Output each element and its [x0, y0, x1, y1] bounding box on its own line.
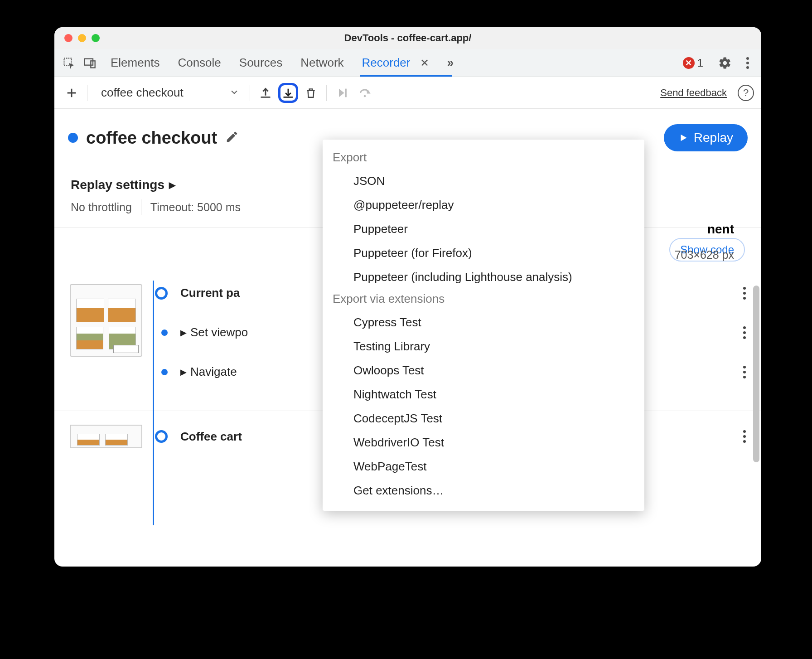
window-title: DevTools - coffee-cart.app/ — [54, 32, 761, 44]
step-icon[interactable] — [332, 83, 352, 103]
panel-tabs: Elements Console Sources Network Recorde… — [111, 49, 454, 76]
replay-button-label: Replay — [694, 131, 733, 145]
error-indicator[interactable]: ✕ 1 — [683, 57, 703, 69]
svg-marker-5 — [339, 88, 344, 97]
export-header: Export — [323, 148, 644, 169]
devtools-window: DevTools - coffee-cart.app/ Elements Con… — [54, 27, 761, 567]
device-toolbar-icon[interactable] — [82, 55, 98, 71]
recording-title: coffee checkout — [86, 128, 217, 148]
svg-marker-8 — [681, 135, 686, 141]
export-codeceptjs[interactable]: CodeceptJS Test — [323, 407, 644, 431]
environment-dimensions: 703×628 px — [675, 248, 734, 262]
new-recording-icon[interactable] — [62, 83, 82, 103]
export-owloops[interactable]: Owloops Test — [323, 359, 644, 383]
error-count: 1 — [697, 57, 703, 69]
svg-rect-6 — [345, 88, 347, 97]
replay-button[interactable]: Replay — [664, 124, 748, 151]
export-extensions-header: Export via extensions — [323, 289, 644, 310]
export-nightwatch[interactable]: Nightwatch Test — [323, 383, 644, 407]
error-icon: ✕ — [683, 57, 695, 69]
tab-network[interactable]: Network — [300, 49, 343, 76]
zoom-window-button[interactable] — [92, 34, 100, 42]
help-icon[interactable]: ? — [738, 85, 754, 101]
close-window-button[interactable] — [64, 34, 72, 42]
throttling-value[interactable]: No throttling — [71, 201, 132, 214]
step-navigate[interactable]: ▶ Navigate — [180, 365, 237, 379]
settings-icon[interactable] — [717, 55, 733, 71]
svg-point-7 — [363, 95, 366, 97]
export-webdriverio[interactable]: WebdriverIO Test — [323, 431, 644, 455]
import-icon[interactable] — [256, 83, 276, 103]
tab-recorder-label: Recorder — [362, 56, 411, 69]
replay-settings-label: Replay settings — [71, 178, 164, 192]
window-controls — [54, 34, 100, 42]
more-tabs-button[interactable]: » — [447, 49, 454, 76]
step-current-page[interactable]: Current pa — [180, 286, 240, 300]
export-json[interactable]: JSON — [323, 169, 644, 193]
tab-sources[interactable]: Sources — [239, 49, 282, 76]
timeout-value[interactable]: Timeout: 5000 ms — [150, 201, 241, 214]
step-thumbnail — [70, 425, 142, 448]
more-options-icon[interactable] — [743, 57, 752, 69]
minimize-window-button[interactable] — [78, 34, 86, 42]
export-puppeteer[interactable]: Puppeteer — [323, 217, 644, 241]
export-cypress[interactable]: Cypress Test — [323, 310, 644, 334]
selected-recording-name: coffee checkout — [101, 86, 184, 100]
step-menu-icon[interactable] — [743, 430, 746, 443]
export-puppeteer-firefox[interactable]: Puppeteer (for Firefox) — [323, 241, 644, 265]
scrollbar[interactable] — [753, 286, 759, 462]
delete-icon[interactable] — [301, 83, 321, 103]
tab-console[interactable]: Console — [178, 49, 221, 76]
step-coffee-cart[interactable]: Coffee cart — [180, 430, 242, 444]
chevron-down-icon — [230, 86, 239, 100]
environment-label-partial: nent — [707, 222, 734, 237]
export-webpagetest[interactable]: WebPageTest — [323, 455, 644, 479]
step-menu-icon[interactable] — [743, 326, 746, 339]
step-thumbnail — [70, 284, 142, 357]
export-button[interactable] — [278, 83, 298, 103]
expand-icon: ▶ — [180, 328, 187, 338]
recording-selector[interactable]: coffee checkout — [93, 86, 244, 100]
tab-recorder[interactable]: Recorder ✕ — [362, 49, 429, 76]
edit-title-icon[interactable] — [225, 130, 239, 145]
step-menu-icon[interactable] — [743, 366, 746, 378]
export-dropdown: Export JSON @puppeteer/replay Puppeteer … — [323, 140, 644, 511]
export-get-extensions[interactable]: Get extensions… — [323, 479, 644, 503]
svg-rect-1 — [84, 58, 93, 65]
recording-status-dot — [68, 133, 78, 143]
expand-icon: ▶ — [180, 367, 187, 377]
step-set-viewport[interactable]: ▶ Set viewpo — [180, 325, 248, 339]
export-puppeteer-lighthouse[interactable]: Puppeteer (including Lighthouse analysis… — [323, 265, 644, 289]
inspect-element-icon[interactable] — [61, 55, 77, 71]
send-feedback-link[interactable]: Send feedback — [660, 87, 727, 99]
devtools-tabstrip: Elements Console Sources Network Recorde… — [54, 49, 761, 77]
recorder-toolbar: coffee checkout Send feedback ? — [54, 77, 761, 109]
close-tab-icon[interactable]: ✕ — [420, 57, 429, 69]
tab-elements[interactable]: Elements — [111, 49, 160, 76]
expand-icon: ▸ — [169, 177, 175, 192]
step-menu-icon[interactable] — [743, 287, 746, 300]
step-over-icon[interactable] — [355, 83, 375, 103]
export-testing-library[interactable]: Testing Library — [323, 334, 644, 359]
titlebar: DevTools - coffee-cart.app/ — [54, 27, 761, 49]
export-puppeteer-replay[interactable]: @puppeteer/replay — [323, 193, 644, 217]
